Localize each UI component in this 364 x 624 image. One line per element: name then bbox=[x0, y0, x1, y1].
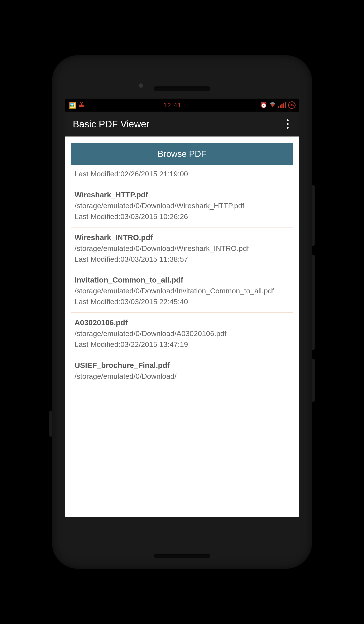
browse-section: Browse PDF bbox=[65, 136, 299, 165]
side-button bbox=[312, 255, 314, 350]
svg-point-1 bbox=[82, 104, 83, 105]
speaker bbox=[154, 86, 210, 91]
status-time: 12:41 bbox=[85, 102, 260, 109]
file-path: /storage/emulated/0/Download/Wireshark_I… bbox=[75, 244, 289, 254]
gallery-icon: 🖼️ bbox=[68, 102, 76, 109]
android-icon bbox=[78, 102, 85, 108]
file-title: Wireshark_INTRO.pdf bbox=[75, 233, 289, 242]
status-right: ⏰ 96 bbox=[260, 102, 296, 109]
list-item[interactable]: USIEF_brochure_Final.pdf /storage/emulat… bbox=[71, 355, 293, 388]
file-list[interactable]: Last Modified:02/26/2015 21:19:00 Wiresh… bbox=[65, 165, 299, 388]
content: Browse PDF Last Modified:02/26/2015 21:1… bbox=[65, 136, 299, 517]
file-modified: Last Modified:02/26/2015 21:19:00 bbox=[75, 169, 289, 179]
overflow-menu-icon[interactable] bbox=[284, 117, 291, 131]
file-modified: Last Modified:03/03/2015 22:45:40 bbox=[75, 297, 289, 307]
file-modified: Last Modified:03/22/2015 13:47:19 bbox=[75, 339, 289, 349]
battery-value: 96 bbox=[290, 103, 294, 107]
file-title: A03020106.pdf bbox=[75, 318, 289, 327]
status-bar: 🖼️ 12:41 ⏰ 96 bbox=[65, 99, 299, 112]
bottom-speaker bbox=[154, 554, 210, 558]
camera-dot bbox=[139, 83, 143, 88]
list-item[interactable]: Wireshark_INTRO.pdf /storage/emulated/0/… bbox=[71, 228, 293, 270]
file-title: Wireshark_HTTP.pdf bbox=[75, 190, 289, 199]
list-item[interactable]: A03020106.pdf /storage/emulated/0/Downlo… bbox=[71, 313, 293, 355]
file-path: /storage/emulated/0/Download/Wireshark_H… bbox=[75, 201, 289, 211]
signal-icon bbox=[278, 102, 286, 108]
file-path: /storage/emulated/0/Download/A03020106.p… bbox=[75, 329, 289, 339]
screen: 🖼️ 12:41 ⏰ 96 Basic PDF Viewer Browse P bbox=[65, 99, 299, 517]
alarm-icon: ⏰ bbox=[260, 102, 267, 108]
file-path: /storage/emulated/0/Download/ bbox=[75, 371, 289, 381]
browse-pdf-button[interactable]: Browse PDF bbox=[71, 143, 293, 165]
list-item[interactable]: Last Modified:02/26/2015 21:19:00 bbox=[71, 165, 293, 185]
phone-frame: 🖼️ 12:41 ⏰ 96 Basic PDF Viewer Browse P bbox=[52, 55, 312, 569]
file-title: Invitation_Common_to_all.pdf bbox=[75, 276, 289, 284]
svg-point-0 bbox=[80, 104, 81, 105]
file-path: /storage/emulated/0/Download/Invitation_… bbox=[75, 286, 289, 296]
app-bar: Basic PDF Viewer bbox=[65, 112, 299, 136]
list-item[interactable]: Wireshark_HTTP.pdf /storage/emulated/0/D… bbox=[71, 185, 293, 228]
file-modified: Last Modified:03/03/2015 10:26:26 bbox=[75, 212, 289, 222]
status-left: 🖼️ bbox=[68, 102, 85, 109]
battery-icon: 96 bbox=[288, 102, 296, 109]
side-button bbox=[312, 359, 314, 402]
wifi-icon bbox=[269, 102, 276, 109]
list-item[interactable]: Invitation_Common_to_all.pdf /storage/em… bbox=[71, 270, 293, 313]
file-modified: Last Modified:03/03/2015 11:38:57 bbox=[75, 254, 289, 264]
app-title: Basic PDF Viewer bbox=[73, 119, 150, 130]
file-title: USIEF_brochure_Final.pdf bbox=[75, 361, 289, 370]
side-button bbox=[50, 411, 52, 437]
side-button bbox=[312, 185, 314, 246]
phone-top bbox=[65, 73, 299, 99]
